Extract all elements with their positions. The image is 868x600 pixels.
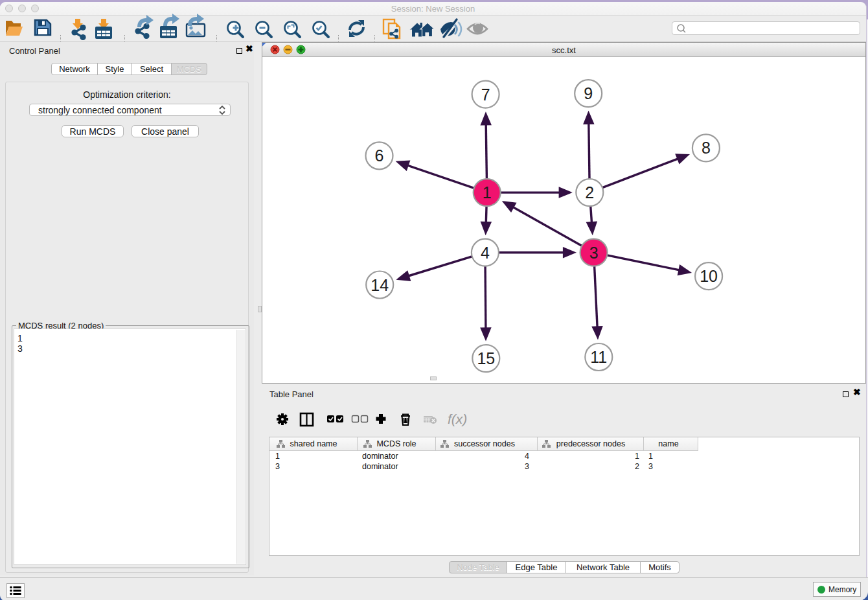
svg-text:shared name: shared name [290,439,337,448]
svg-text:15: 15 [477,349,495,367]
svg-text:3: 3 [525,462,529,471]
svg-text:8: 8 [702,139,711,157]
svg-text:predecessor nodes: predecessor nodes [556,439,625,448]
svg-text:9: 9 [584,84,593,102]
svg-text:10: 10 [700,267,718,285]
svg-text:14: 14 [371,276,389,294]
svg-text:dominator: dominator [362,452,398,461]
svg-text:1: 1 [275,452,280,461]
svg-text:2: 2 [585,183,594,202]
svg-text:4: 4 [481,244,490,262]
svg-text:f(x): f(x) [448,411,467,426]
svg-text:2: 2 [635,462,639,471]
svg-text:1: 1 [635,452,639,461]
svg-text:7: 7 [481,86,490,104]
svg-text:3: 3 [648,462,653,471]
svg-text:4: 4 [525,452,529,461]
svg-text:6: 6 [375,146,384,165]
svg-text:dominator: dominator [362,462,398,471]
svg-text:MCDS role: MCDS role [376,439,416,448]
svg-text:11: 11 [590,348,607,366]
svg-text:successor nodes: successor nodes [454,439,515,448]
svg-text:1: 1 [483,183,492,202]
svg-text:1: 1 [648,452,653,461]
svg-text:name: name [658,439,678,448]
svg-text:3: 3 [589,244,599,262]
svg-text:3: 3 [275,462,280,471]
